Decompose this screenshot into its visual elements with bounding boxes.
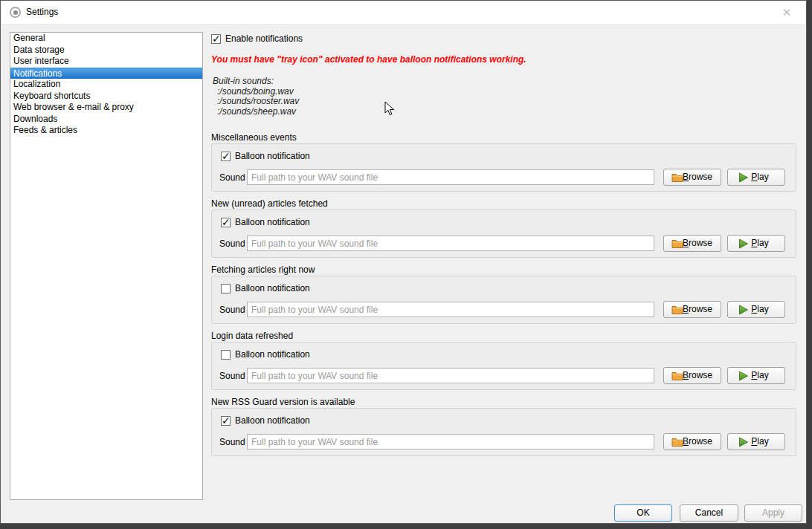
play-icon [738, 371, 749, 386]
sound-label: Sound [219, 305, 245, 315]
close-icon[interactable]: ✕ [777, 4, 796, 21]
folder-icon [671, 371, 683, 386]
apply-button[interactable]: Apply [744, 504, 802, 522]
builtin-sound-file: :/sounds/sheep.wav [213, 107, 299, 117]
cancel-button[interactable]: Cancel [680, 504, 738, 522]
sidebar-item-localization[interactable]: Localization [10, 79, 202, 91]
browse-button[interactable]: Browse [663, 433, 721, 450]
sidebar-item-feeds-articles[interactable]: Feeds & articles [10, 125, 202, 137]
section-panel: Balloon notification Sound Browse [211, 342, 796, 390]
sidebar-item-web-browser[interactable]: Web browser & e-mail & proxy [10, 102, 202, 114]
enable-notifications-checkbox[interactable] [211, 34, 221, 44]
section-title: New RSS Guard version is available [211, 397, 796, 407]
window-title: Settings [26, 1, 58, 24]
sidebar-item-notifications[interactable]: Notifications [10, 68, 202, 79]
play-button[interactable]: Play [727, 301, 785, 318]
balloon-notification-checkbox[interactable] [221, 152, 231, 161]
sound-path-input[interactable] [247, 236, 654, 251]
section-title: Fetching articles right now [211, 264, 796, 275]
settings-category-list: General Data storage User interface Noti… [10, 32, 203, 500]
sidebar-item-keyboard-shortcuts[interactable]: Keyboard shortcuts [10, 91, 202, 103]
sound-label: Sound [219, 172, 245, 183]
play-icon [738, 172, 749, 188]
section-title: Miscellaneous events [211, 132, 796, 143]
folder-icon [671, 238, 683, 254]
balloon-notification-checkbox[interactable] [221, 284, 231, 293]
notification-event-section: Login data refreshed Balloon notificatio… [211, 331, 796, 341]
section-title: Login data refreshed [211, 331, 796, 341]
balloon-notification-label: Balloon notification [235, 415, 310, 426]
sidebar-item-downloads[interactable]: Downloads [10, 114, 202, 126]
balloon-notification-label: Balloon notification [235, 151, 310, 161]
section-title: New (unread) articles fetched [211, 198, 796, 209]
play-icon [738, 437, 749, 452]
section-panel: Balloon notification Sound Browse [211, 276, 796, 324]
play-icon [738, 238, 749, 254]
folder-icon [671, 437, 683, 452]
balloon-notification-label: Balloon notification [235, 283, 310, 293]
sound-path-input[interactable] [247, 169, 654, 185]
folder-icon [671, 305, 683, 320]
section-panel: Balloon notification Sound Browse [211, 143, 796, 192]
balloon-notification-checkbox[interactable] [221, 350, 231, 360]
sidebar-item-user-interface[interactable]: User interface [10, 56, 202, 68]
settings-gear-icon [10, 7, 21, 18]
balloon-notification-label: Balloon notification [235, 217, 310, 227]
enable-notifications-label: Enable notifications [225, 33, 303, 44]
folder-icon [671, 172, 683, 188]
sound-path-input[interactable] [247, 368, 654, 383]
sidebar-item-general[interactable]: General [10, 33, 202, 45]
play-button[interactable]: Play [727, 235, 785, 252]
builtin-sound-file: :/sounds/boing.wav [213, 87, 299, 97]
builtin-sounds-block: Built-in sounds: :/sounds/boing.wav :/so… [213, 77, 299, 117]
balloon-notification-checkbox[interactable] [221, 218, 231, 227]
play-icon [738, 305, 749, 320]
sound-path-input[interactable] [247, 302, 654, 317]
browse-button[interactable]: Browse [663, 169, 721, 186]
tray-icon-warning-text: You must have "tray icon" activated to h… [211, 54, 526, 65]
browse-button[interactable]: Browse [663, 367, 721, 384]
sound-label: Sound [219, 371, 245, 381]
settings-dialog: Settings ✕ General Data storage User int… [0, 0, 807, 524]
sidebar-item-data-storage[interactable]: Data storage [10, 45, 202, 56]
play-button[interactable]: Play [727, 433, 785, 450]
browse-button[interactable]: Browse [663, 301, 721, 318]
section-panel: Balloon notification Sound Browse [211, 210, 796, 258]
notification-event-section: Fetching articles right now Balloon noti… [211, 264, 796, 275]
section-panel: Balloon notification Sound Browse [211, 408, 796, 456]
title-bar: Settings ✕ [1, 1, 806, 25]
builtin-sound-file: :/sounds/rooster.wav [213, 97, 299, 107]
sound-label: Sound [219, 437, 245, 447]
browse-button[interactable]: Browse [663, 235, 721, 252]
ok-button[interactable]: OK [614, 504, 672, 522]
builtin-sounds-title: Built-in sounds: [213, 77, 299, 87]
balloon-notification-checkbox[interactable] [221, 416, 231, 426]
notification-event-section: New RSS Guard version is available Ballo… [211, 397, 796, 407]
sound-path-input[interactable] [247, 434, 654, 450]
play-button[interactable]: Play [727, 169, 785, 186]
play-button[interactable]: Play [727, 367, 785, 384]
sound-label: Sound [219, 238, 245, 249]
balloon-notification-label: Balloon notification [235, 349, 310, 360]
notification-event-section: Miscellaneous events Balloon notificatio… [211, 132, 796, 143]
notification-event-section: New (unread) articles fetched Balloon no… [211, 198, 796, 209]
